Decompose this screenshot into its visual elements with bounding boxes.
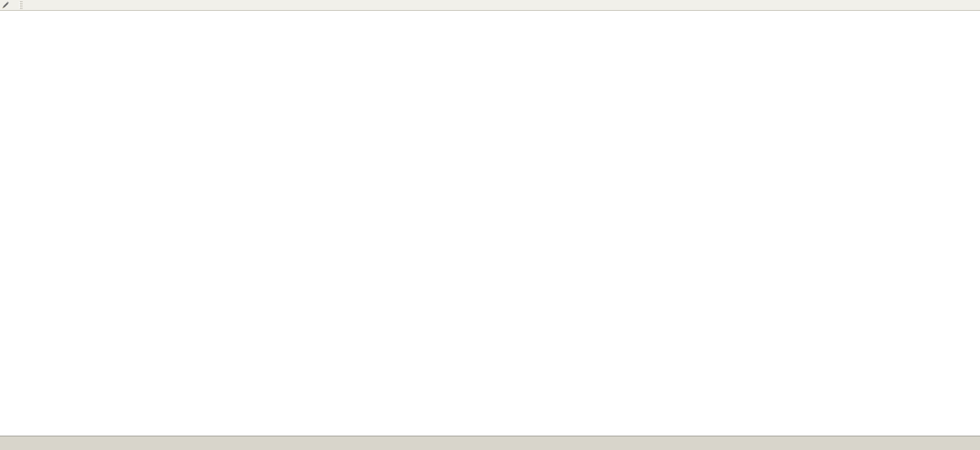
chart-window: [0, 0, 980, 436]
toolbar-grip[interactable]: [19, 1, 23, 9]
pencil-icon[interactable]: [0, 1, 11, 10]
tabs-scroll-left-icon[interactable]: [963, 436, 972, 450]
mt4-terminal: { "toolbar": { "draw_tool_icon": "pencil…: [0, 0, 980, 450]
toolbar: [0, 0, 980, 11]
tabs-scroll-right-icon[interactable]: [972, 436, 980, 450]
chart-tab-bar: [0, 436, 980, 450]
